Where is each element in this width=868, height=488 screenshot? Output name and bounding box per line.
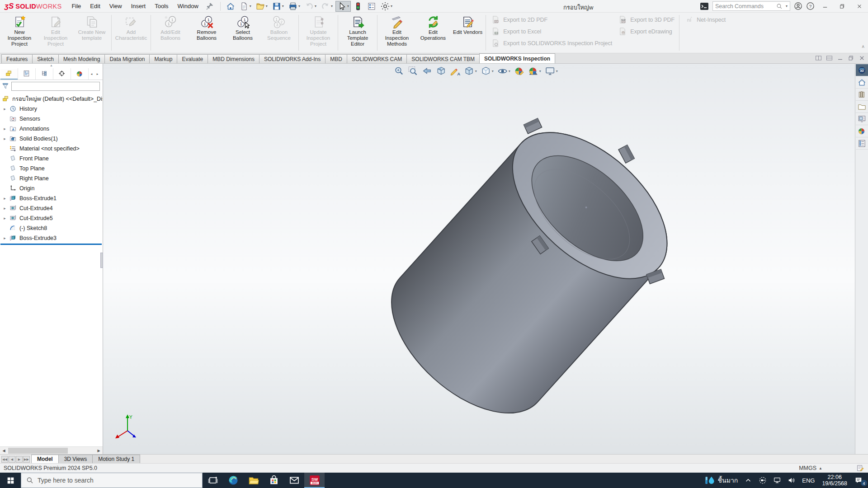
taskpane-design-library-button[interactable]: [856, 89, 868, 101]
minimize-button[interactable]: [818, 1, 832, 12]
ribbon-collapse-chevron[interactable]: ˄: [862, 44, 864, 49]
edit-appearance-button[interactable]: [514, 66, 524, 76]
scroll-left-icon[interactable]: ◀: [0, 447, 8, 455]
select-balloons-button[interactable]: 11Select Balloons: [225, 14, 261, 52]
tab-markup[interactable]: Markup: [149, 54, 177, 63]
doc-restore-icon[interactable]: [848, 55, 854, 61]
doc-minimize-icon[interactable]: [837, 55, 844, 61]
pin-icon[interactable]: [206, 2, 214, 10]
panel-tab-displaymanager[interactable]: [71, 68, 89, 80]
edit-inspection-methods-button[interactable]: Edit Inspection Methods: [379, 14, 415, 52]
menu-insert[interactable]: Insert: [127, 0, 151, 12]
taskbar-app-edge[interactable]: [223, 473, 243, 488]
tab-evaluate[interactable]: Evaluate: [177, 54, 208, 63]
menu-file[interactable]: File: [67, 0, 85, 12]
taskpane-view-palette-button[interactable]: [856, 113, 868, 125]
command-prompt-icon[interactable]: [700, 2, 709, 11]
tree-item-solid-bodies-1[interactable]: ▸Solid Bodies(1): [0, 134, 103, 144]
first-tab-icon[interactable]: ◀◀: [1, 456, 8, 463]
search-icon[interactable]: [776, 3, 783, 9]
dropdown-caret-icon[interactable]: ▾: [492, 69, 494, 73]
panel-tab-dimxpertmanager[interactable]: [53, 68, 71, 80]
search-dropdown-caret[interactable]: ▾: [786, 4, 788, 8]
taskpane-custom-properties-button[interactable]: [856, 137, 868, 150]
taskpane-3dexperience-button[interactable]: 3D: [856, 64, 868, 76]
user-account-icon[interactable]: [794, 2, 802, 10]
zoom-to-area-button[interactable]: [408, 66, 418, 76]
units-label[interactable]: MMGS: [799, 465, 816, 471]
expand-arrow-icon[interactable]: ▸: [2, 196, 7, 201]
tree-item-history[interactable]: ▸History: [0, 104, 103, 114]
help-icon[interactable]: ?: [806, 2, 815, 10]
tab-solidworks-cam[interactable]: SOLIDWORKS CAM: [347, 54, 407, 63]
dropdown-caret-icon[interactable]: ▾: [347, 4, 349, 8]
model-3d-cylinder[interactable]: Y: [103, 64, 855, 454]
apply-scene-button[interactable]: ▾: [528, 66, 541, 76]
taskpane-resources-button[interactable]: [856, 76, 868, 89]
dropdown-caret-icon[interactable]: ▾: [475, 69, 477, 73]
expand-arrow-icon[interactable]: ▸: [2, 206, 7, 211]
last-tab-icon[interactable]: ▶▶: [23, 456, 30, 463]
print-button[interactable]: ▾: [287, 1, 302, 12]
tab-solidworks-add-ins[interactable]: SOLIDWORKS Add-Ins: [259, 54, 326, 63]
meet-now[interactable]: [755, 473, 770, 488]
language-indicator[interactable]: ENG: [799, 473, 818, 488]
panel-tab-propertymanager[interactable]: [18, 68, 36, 80]
taskpane-file-explorer-pane-button[interactable]: [856, 101, 868, 113]
search-commands-input[interactable]: Search Commands ▾: [712, 1, 790, 11]
tree-item-sketch8[interactable]: (-) Sketch8: [0, 223, 103, 233]
tab-mbd[interactable]: MBD: [325, 54, 347, 63]
remove-balloons-button[interactable]: 11Remove Balloons: [189, 14, 225, 52]
split-pane-horizontal-icon[interactable]: [826, 55, 833, 61]
section-view-button[interactable]: [436, 66, 446, 76]
hide-show-items-button[interactable]: ▾: [497, 66, 510, 76]
tree-root-item[interactable]: กรอบใหญ่w (Default) <<Default>_Displ: [0, 94, 103, 104]
tree-item-front-plane[interactable]: Front Plane: [0, 154, 103, 164]
dropdown-caret-icon[interactable]: ▾: [391, 4, 392, 8]
menu-tools[interactable]: Tools: [150, 0, 173, 12]
dropdown-caret-icon[interactable]: ▾: [331, 4, 333, 8]
view-orientation-button[interactable]: ▾: [464, 66, 477, 76]
hide-show-annotations-button[interactable]: A: [450, 66, 460, 76]
weather-widget[interactable]: ชื้นมาก: [702, 473, 741, 488]
tree-item-cut-extrude5[interactable]: ▸Cut-Extrude5: [0, 213, 103, 223]
tree-item-cut-extrude4[interactable]: ▸Cut-Extrude4: [0, 203, 103, 213]
dropdown-caret-icon[interactable]: ▾: [509, 69, 510, 73]
taskbar-search-input[interactable]: Type here to search: [21, 473, 203, 488]
tree-filter-input[interactable]: [11, 82, 100, 91]
select-button[interactable]: ▾: [335, 1, 351, 12]
tab-solidworks-cam-tbm[interactable]: SOLIDWORKS CAM TBM: [406, 54, 480, 63]
menu-edit[interactable]: Edit: [85, 0, 104, 12]
prev-tab-icon[interactable]: ◀: [9, 456, 15, 463]
display-style-button[interactable]: ▾: [481, 66, 494, 76]
volume[interactable]: [784, 473, 799, 488]
tab-mesh-modeling[interactable]: Mesh Modeling: [58, 54, 105, 63]
undo-button[interactable]: ▾: [303, 1, 318, 12]
filter-funnel-icon[interactable]: [2, 83, 9, 90]
rebuild-button[interactable]: [352, 1, 364, 12]
options-display-button[interactable]: [365, 1, 378, 12]
open-button[interactable]: ▾: [254, 1, 269, 12]
taskbar-app-mail[interactable]: [284, 473, 304, 488]
tab-solidworks-inspection[interactable]: SOLIDWORKS Inspection: [479, 53, 555, 63]
taskbar-app-task-view[interactable]: [203, 473, 223, 488]
panel-collapse-chevron[interactable]: ▲: [0, 64, 103, 68]
tree-item-material-not-specified[interactable]: Material <not specified>: [0, 144, 103, 154]
new-document-button[interactable]: ▾: [238, 1, 253, 12]
panel-horizontal-scrollbar[interactable]: ◀ ▶: [0, 446, 103, 454]
taskpane-appearances-button[interactable]: [856, 125, 868, 137]
units-caret-icon[interactable]: ▲: [819, 466, 822, 470]
dropdown-caret-icon[interactable]: ▾: [556, 69, 558, 73]
panel-tabs-scroll-left-icon[interactable]: ◂: [89, 68, 94, 80]
doctab-3d-views[interactable]: 3D Views: [58, 455, 93, 463]
zoom-to-fit-button[interactable]: [394, 66, 404, 76]
start-button[interactable]: [0, 473, 21, 488]
expand-arrow-icon[interactable]: ▸: [2, 107, 7, 111]
dropdown-caret-icon[interactable]: ▾: [315, 4, 316, 8]
tree-item-top-plane[interactable]: Top Plane: [0, 164, 103, 174]
panel-tabs-scroll-right-icon[interactable]: ▸: [94, 68, 100, 80]
network-status[interactable]: [770, 473, 784, 488]
tree-item-boss-extrude1[interactable]: ▸Boss-Extrude1: [0, 193, 103, 203]
redo-button[interactable]: ▾: [319, 1, 335, 12]
notification-center[interactable]: 4: [851, 473, 868, 488]
